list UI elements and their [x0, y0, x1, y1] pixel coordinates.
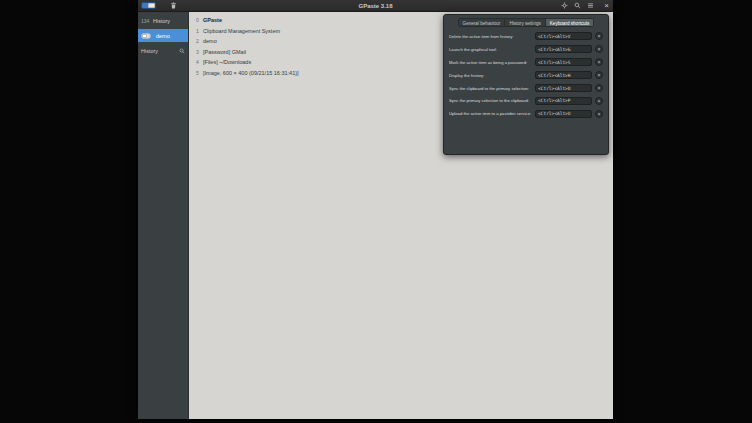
item-index: 0 [196, 17, 203, 23]
shortcut-input[interactable] [535, 110, 592, 118]
search-icon [179, 48, 185, 54]
trash-icon [170, 2, 177, 9]
headerbar-right: × [560, 2, 609, 10]
item-index: 4 [196, 59, 203, 65]
shortcut-label: Sync the primary selection to the clipbo… [449, 98, 535, 103]
item-text: [Password] GMail [203, 49, 246, 55]
gear-icon [561, 2, 568, 9]
item-text: Clipboard Management System [203, 28, 280, 34]
search-icon [574, 2, 581, 9]
mini-switch-knob [142, 34, 147, 38]
shortcut-input[interactable] [535, 58, 592, 66]
search-button[interactable] [573, 2, 581, 10]
settings-button[interactable] [560, 2, 568, 10]
tab-keyboard-shortcuts[interactable]: Keyboard shortcuts [546, 18, 595, 27]
shortcut-row: Upload the active item to a pastebin ser… [448, 107, 604, 120]
shortcut-input[interactable] [535, 71, 592, 79]
clear-shortcut-button[interactable]: × [595, 110, 603, 118]
headerbar: GPaste 3.18 [138, 0, 613, 12]
history-name: demo [156, 33, 170, 39]
shortcut-label: Launch the graphical tool: [449, 47, 535, 52]
item-index: 2 [196, 38, 203, 44]
shortcut-row: Delete the active item from history: × [448, 30, 604, 43]
shortcut-input[interactable] [535, 32, 592, 40]
shortcut-label: Delete the active item from history: [449, 34, 535, 39]
item-text: [Image, 600 × 400 (09/21/15 16:31:41)] [203, 70, 299, 76]
shortcut-row: Display the history: × [448, 69, 604, 82]
empty-history-button[interactable] [169, 2, 177, 10]
tab-history-settings[interactable]: History settings [505, 18, 545, 27]
shortcut-label: Sync the clipboard to the primary select… [449, 86, 535, 91]
shortcut-row: Mark the active item as being a password… [448, 56, 604, 69]
gpaste-window: GPaste 3.18 [138, 0, 613, 419]
item-index: 3 [196, 49, 203, 55]
shortcut-input[interactable] [535, 45, 592, 53]
gpaste-on-off-switch[interactable] [141, 2, 156, 9]
window-title: GPaste 3.18 [138, 3, 613, 9]
history-item-count: 134 [141, 18, 153, 24]
history-name: History [153, 18, 170, 24]
clear-shortcut-button[interactable]: × [595, 45, 603, 53]
settings-popover: General behaviour History settings Keybo… [443, 14, 609, 155]
history-search-label: History [141, 48, 179, 54]
histories-sidebar: 134 History demo History [138, 12, 189, 419]
item-text: demo [203, 38, 217, 44]
shortcut-input[interactable] [535, 84, 592, 92]
shortcut-input[interactable] [535, 97, 592, 105]
shortcut-row: Launch the graphical tool: × [448, 43, 604, 56]
shortcut-label: Display the history: [449, 73, 535, 78]
shortcut-label: Upload the active item to a pastebin ser… [449, 111, 535, 116]
shortcut-row: Sync the clipboard to the primary select… [448, 82, 604, 95]
clear-shortcut-button[interactable]: × [595, 84, 603, 92]
item-index: 1 [196, 28, 203, 34]
item-text: [Files] ~/Downloads [203, 59, 251, 65]
history-row-default[interactable]: 134 History [138, 15, 188, 27]
history-switch[interactable] [141, 33, 151, 39]
headerbar-left [141, 2, 177, 10]
history-row-demo[interactable]: demo [138, 29, 188, 42]
clear-shortcut-button[interactable]: × [595, 97, 603, 105]
switch-knob [148, 3, 155, 8]
clear-shortcut-button[interactable]: × [595, 71, 603, 79]
history-search-row[interactable]: History [138, 45, 188, 57]
clear-shortcut-button[interactable]: × [595, 58, 603, 66]
menu-button[interactable] [586, 2, 594, 10]
clear-shortcut-button[interactable]: × [595, 32, 603, 40]
item-text: GPaste [203, 17, 222, 23]
close-window-button[interactable]: × [604, 2, 609, 10]
shortcut-row: Sync the primary selection to the clipbo… [448, 94, 604, 107]
settings-tabs: General behaviour History settings Keybo… [448, 18, 604, 27]
desktop: GPaste 3.18 [0, 0, 752, 423]
item-index: 5 [196, 70, 203, 76]
tab-general-behaviour[interactable]: General behaviour [458, 18, 506, 27]
hamburger-menu-icon [587, 2, 594, 9]
shortcut-label: Mark the active item as being a password… [449, 60, 535, 65]
